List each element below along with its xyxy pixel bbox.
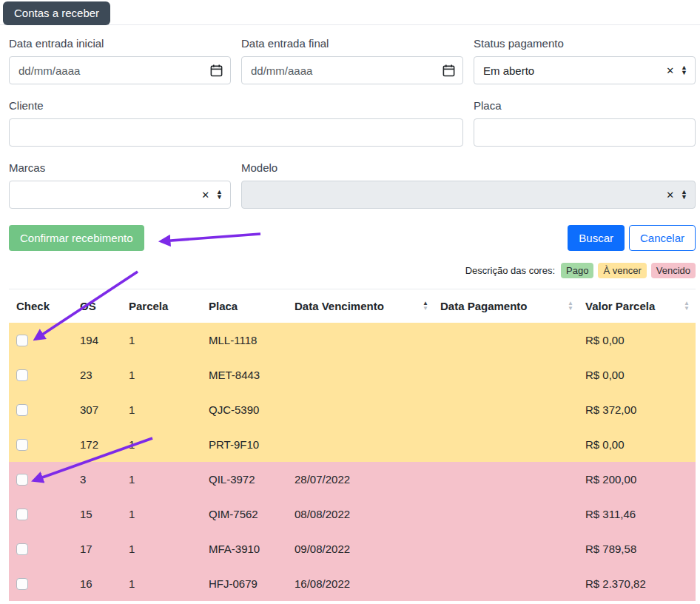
cell-vencimento: 09/08/2022	[289, 531, 434, 566]
field-status-pagamento: Status pagamento Em aberto ✕ ▲▼	[474, 37, 696, 84]
cell-parcela: 1	[123, 497, 203, 531]
cell-pagamento	[434, 462, 579, 497]
marcas-select[interactable]: ✕ ▲▼	[9, 181, 231, 209]
cell-vencimento	[289, 427, 434, 462]
color-legend: Descrição das cores: Pago À vencer Venci…	[9, 263, 696, 278]
cell-valor: R$ 789,58	[579, 531, 696, 566]
placa-label: Placa	[474, 99, 696, 112]
select-arrows-icon[interactable]: ▲▼	[681, 189, 687, 200]
cell-os: 194	[74, 323, 123, 358]
row-checkbox[interactable]	[16, 369, 28, 381]
cell-parcela: 1	[123, 323, 203, 358]
row-checkbox[interactable]	[16, 335, 28, 346]
sort-asc-icon[interactable]: ▲▼	[423, 301, 428, 312]
row-checkbox[interactable]	[16, 439, 28, 451]
clear-icon[interactable]: ✕	[666, 189, 674, 201]
calendar-icon[interactable]	[442, 64, 455, 77]
cell-valor: R$ 0,00	[579, 323, 696, 358]
cell-valor: R$ 311,46	[579, 497, 696, 531]
table-row: 172 1 PRT-9F10 R$ 0,00	[9, 427, 696, 462]
cell-placa: MFA-3910	[203, 531, 289, 566]
cell-valor: R$ 0,00	[579, 427, 696, 462]
data-entrada-inicial-input[interactable]: dd/mm/aaaa	[9, 56, 231, 84]
marcas-label: Marcas	[9, 161, 231, 174]
page-title-tab: Contas a receber	[3, 1, 110, 25]
row-checkbox[interactable]	[16, 509, 28, 520]
cell-pagamento	[434, 531, 579, 566]
row-checkbox[interactable]	[16, 578, 28, 590]
cell-placa: PRT-9F10	[203, 427, 289, 462]
cell-os: 23	[74, 358, 123, 392]
status-pagamento-select[interactable]: Em aberto ✕ ▲▼	[474, 56, 696, 84]
legend-badge-vencido: Vencido	[651, 263, 696, 278]
cell-placa: MLL-1118	[203, 323, 289, 358]
cell-pagamento	[434, 427, 579, 462]
cell-placa: QIL-3972	[203, 462, 289, 497]
cliente-label: Cliente	[9, 99, 463, 112]
filters-form: Data entrada inicial dd/mm/aaaa Data ent…	[9, 37, 696, 224]
cell-vencimento: 28/07/2022	[289, 462, 434, 497]
cell-vencimento	[289, 323, 434, 358]
calendar-icon[interactable]	[210, 64, 223, 77]
cell-pagamento	[434, 566, 579, 601]
table-row: 307 1 QJC-5390 R$ 372,00	[9, 392, 696, 427]
page-header: Contas a receber	[0, 0, 700, 25]
column-header-check: Check	[9, 289, 74, 323]
clear-icon[interactable]: ✕	[201, 189, 209, 201]
cell-os: 307	[74, 392, 123, 427]
cell-parcela: 1	[123, 566, 203, 601]
date-placeholder: dd/mm/aaaa	[251, 64, 437, 77]
page-title: Contas a receber	[14, 7, 99, 19]
data-entrada-inicial-label: Data entrada inicial	[9, 37, 231, 50]
table-row: 3 1 QIL-3972 28/07/2022 R$ 200,00	[9, 462, 696, 497]
row-checkbox[interactable]	[16, 474, 28, 486]
cancelar-button[interactable]: Cancelar	[629, 225, 696, 251]
table-row: 17 1 MFA-3910 09/08/2022 R$ 789,58	[9, 531, 696, 566]
cell-os: 3	[74, 462, 123, 497]
placa-input[interactable]	[474, 118, 696, 147]
sort-icon[interactable]: ▲▼	[568, 301, 573, 312]
field-placa: Placa	[474, 99, 696, 147]
field-data-entrada-final: Data entrada final dd/mm/aaaa	[241, 37, 463, 84]
column-header-parcela: Parcela	[123, 289, 203, 323]
sort-icon[interactable]: ▲▼	[684, 301, 690, 312]
select-arrows-icon[interactable]: ▲▼	[681, 65, 687, 76]
column-header-placa: Placa	[203, 289, 289, 323]
modelo-label: Modelo	[241, 161, 696, 174]
cell-placa: QIM-7562	[203, 497, 289, 531]
field-data-entrada-inicial: Data entrada inicial dd/mm/aaaa	[9, 37, 231, 84]
cell-parcela: 1	[123, 462, 203, 497]
cell-valor: R$ 372,00	[579, 392, 696, 427]
legend-label: Descrição das cores:	[465, 265, 555, 276]
clear-icon[interactable]: ✕	[666, 65, 674, 76]
status-pagamento-value: Em aberto	[483, 64, 666, 77]
buscar-button[interactable]: Buscar	[568, 225, 625, 251]
cell-os: 17	[74, 531, 123, 566]
column-header-valor-parcela[interactable]: Valor Parcela ▲▼	[579, 289, 696, 323]
column-header-data-vencimento[interactable]: Data Vencimento ▲▼	[289, 289, 434, 323]
data-entrada-final-input[interactable]: dd/mm/aaaa	[241, 56, 463, 84]
confirmar-recebimento-button[interactable]: Confirmar recebimento	[9, 225, 144, 251]
cell-parcela: 1	[123, 531, 203, 566]
cell-valor: R$ 0,00	[579, 358, 696, 392]
actions-row: Confirmar recebimento Buscar Cancelar	[9, 225, 696, 251]
row-checkbox[interactable]	[16, 543, 28, 555]
cliente-input[interactable]	[9, 118, 463, 147]
cell-valor: R$ 200,00	[579, 462, 696, 497]
status-pagamento-label: Status pagamento	[474, 37, 696, 50]
cell-os: 16	[74, 566, 123, 601]
cell-os: 172	[74, 427, 123, 462]
contas-table: Check OS Parcela Placa Data Vencimento ▲…	[9, 289, 696, 601]
cell-vencimento	[289, 392, 434, 427]
legend-badge-a-vencer: À vencer	[598, 263, 646, 278]
cell-parcela: 1	[123, 392, 203, 427]
row-checkbox[interactable]	[16, 404, 28, 416]
modelo-select: ✕ ▲▼	[241, 181, 696, 209]
field-cliente: Cliente	[9, 99, 463, 147]
cell-valor: R$ 2.370,82	[579, 566, 696, 601]
select-arrows-icon[interactable]: ▲▼	[216, 189, 223, 200]
cell-vencimento: 08/08/2022	[289, 497, 434, 531]
cell-placa: MET-8443	[203, 358, 289, 392]
column-header-data-pagamento[interactable]: Data Pagamento ▲▼	[434, 289, 579, 323]
cell-parcela: 1	[123, 427, 203, 462]
